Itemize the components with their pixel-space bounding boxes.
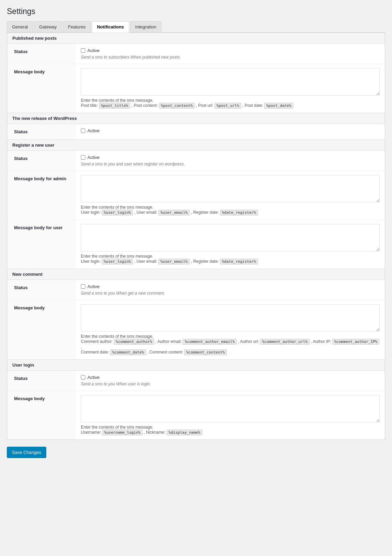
- label-status-published: Status: [7, 44, 76, 64]
- label-message-body-published: Message body: [7, 64, 76, 113]
- checkbox-status-register[interactable]: [81, 155, 85, 160]
- tab-features[interactable]: Features: [63, 21, 91, 32]
- tag-user-email-admin: %user_email%: [158, 210, 189, 215]
- tag-user-login-user: %user_login%: [102, 259, 133, 264]
- table-user-login: Status Active Send a sms to you When use…: [7, 371, 385, 440]
- label-status-register: Status: [7, 151, 76, 171]
- tag-post-date: %post_date%: [264, 103, 293, 109]
- table-row: Message body for user Enter the contents…: [7, 220, 385, 269]
- tag-comment-content: %comment_content%: [184, 349, 227, 355]
- tab-notifications[interactable]: Notifications: [92, 21, 129, 33]
- tag-comment-author: %comment_author%: [114, 339, 154, 345]
- tag-user-email-user: %user_email%: [158, 259, 189, 264]
- table-row: Status Active: [7, 124, 385, 139]
- table-row: Status Active Send a sms to you When get…: [7, 280, 385, 300]
- checkbox-status-wordpress[interactable]: [81, 128, 85, 133]
- tag-comment-author-ip: %comment_author_IP%: [332, 339, 380, 345]
- cell-status-published: Active Send a sms to subscribers When pu…: [76, 44, 385, 64]
- section-wordpress-release: The new release of WordPress: [7, 113, 385, 124]
- textarea-message-body-user[interactable]: [81, 224, 380, 251]
- table-comment: Status Active Send a sms to you When get…: [7, 280, 385, 359]
- label-status-login: Status: [7, 371, 76, 391]
- label-message-body-user: Message body for user: [7, 220, 76, 269]
- label-status-wordpress: Status: [7, 124, 76, 139]
- checkbox-status-published[interactable]: [81, 48, 85, 53]
- textarea-message-body-comment[interactable]: [81, 304, 380, 332]
- section-published-new-posts: Published new posts: [7, 33, 385, 44]
- label-status-comment: Status: [7, 280, 76, 300]
- cell-status-comment: Active Send a sms to you When get a new …: [76, 280, 385, 300]
- cell-message-body-comment: Enter the contents of the sms message. C…: [76, 300, 385, 360]
- checkbox-status-comment[interactable]: [81, 284, 85, 289]
- section-user-login: User login: [7, 359, 385, 371]
- checkbox-label-published: Active: [87, 48, 99, 53]
- label-message-body-comment: Message body: [7, 300, 76, 360]
- textarea-message-body-login[interactable]: [81, 395, 380, 422]
- table-published: Status Active Send a sms to subscribers …: [7, 44, 385, 113]
- table-row: Message body Enter the contents of the s…: [7, 64, 385, 113]
- table-row: Status Active Send a sms to you and user…: [7, 151, 385, 171]
- help-message-body-login: Enter the contents of the sms message. U…: [81, 425, 380, 435]
- help-status-register: Send a sms to you and user when register…: [81, 162, 380, 166]
- cell-status-login: Active Send a sms to you When user is lo…: [76, 371, 385, 391]
- settings-panel: Published new posts Status Active Send a…: [7, 33, 385, 440]
- cell-message-body-user: Enter the contents of the sms message. U…: [76, 220, 385, 269]
- tag-date-register-admin: %date_register%: [220, 210, 258, 215]
- table-row: Message body for admin Enter the content…: [7, 171, 385, 220]
- tag-display-name: %display_name%: [167, 430, 203, 435]
- tag-user-login-admin: %user_login%: [102, 210, 133, 215]
- label-message-body-admin: Message body for admin: [7, 171, 76, 220]
- cell-message-body-published: Enter the contents of the sms message. P…: [76, 64, 385, 113]
- tag-post-content: %post_content%: [159, 103, 195, 109]
- help-status-login: Send a sms to you When user is login.: [81, 382, 380, 386]
- checkbox-label-register: Active: [87, 155, 99, 160]
- cell-message-body-login: Enter the contents of the sms message. U…: [76, 391, 385, 440]
- table-wordpress: Status Active: [7, 124, 385, 139]
- help-message-body-published: Enter the contents of the sms message. P…: [81, 98, 380, 109]
- checkbox-label-comment: Active: [87, 284, 99, 289]
- tag-post-title: %post_title%: [99, 103, 130, 109]
- table-row: Message body Enter the contents of the s…: [7, 391, 385, 440]
- tag-username-login: %username_login%: [102, 430, 143, 435]
- label-message-body-login: Message body: [7, 391, 76, 440]
- table-row: Message body Enter the contents of the s…: [7, 300, 385, 360]
- table-register: Status Active Send a sms to you and user…: [7, 151, 385, 269]
- tag-date-register-user: %date_register%: [220, 259, 258, 264]
- help-status-published: Send a sms to subscribers When published…: [81, 55, 380, 60]
- help-message-body-user: Enter the contents of the sms message. U…: [81, 254, 380, 264]
- help-status-comment: Send a sms to you When get a new comment…: [81, 291, 380, 296]
- help-message-body-comment: Enter the contents of the sms message. C…: [81, 334, 380, 355]
- cell-status-register: Active Send a sms to you and user when r…: [76, 151, 385, 171]
- checkbox-label-wordpress: Active: [87, 128, 99, 133]
- cell-status-wordpress: Active: [76, 124, 385, 139]
- help-message-body-admin: Enter the contents of the sms message. U…: [81, 205, 380, 215]
- save-button[interactable]: Save Changes: [7, 447, 46, 458]
- table-row: Status Active Send a sms to you When use…: [7, 371, 385, 391]
- page-title: Settings: [7, 7, 385, 16]
- textarea-message-body-admin[interactable]: [81, 175, 380, 202]
- checkbox-status-login[interactable]: [81, 375, 85, 380]
- section-new-comment: New comment: [7, 269, 385, 280]
- checkbox-label-login: Active: [87, 375, 99, 380]
- tabs-container: General Gateway Features Notifications I…: [7, 21, 385, 33]
- tag-post-url: %post_url%: [215, 103, 241, 109]
- cell-message-body-admin: Enter the contents of the sms message. U…: [76, 171, 385, 220]
- table-row: Status Active Send a sms to subscribers …: [7, 44, 385, 64]
- tag-comment-author-email: %comment_author_email%: [183, 339, 237, 345]
- tab-general[interactable]: General: [7, 21, 33, 32]
- tag-comment-author-url: %comment_author_url%: [260, 339, 309, 345]
- textarea-message-body-published[interactable]: [81, 68, 380, 96]
- tab-integration[interactable]: Integration: [130, 21, 161, 32]
- tag-comment-date: %comment_date%: [110, 349, 146, 355]
- section-register-user: Register a new user: [7, 139, 385, 151]
- tab-gateway[interactable]: Gateway: [34, 21, 62, 32]
